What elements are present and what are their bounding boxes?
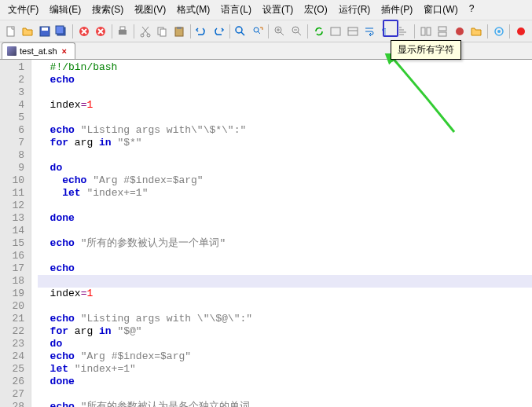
line-number: 27 bbox=[0, 388, 24, 401]
toolbar-icon[interactable] bbox=[345, 24, 360, 39]
indent-guide-icon[interactable] bbox=[396, 24, 411, 39]
menu-bar: 文件(F) 编辑(E) 搜索(S) 视图(V) 格式(M) 语言(L) 设置(T… bbox=[0, 0, 532, 20]
save-all-icon[interactable] bbox=[53, 24, 68, 39]
menu-help[interactable]: ? bbox=[464, 2, 479, 18]
code-line: do bbox=[38, 338, 532, 350]
menu-edit[interactable]: 编辑(E) bbox=[45, 2, 86, 18]
line-number: 11 bbox=[0, 187, 24, 200]
save-icon[interactable] bbox=[37, 24, 52, 39]
line-number: 22 bbox=[0, 325, 24, 338]
code-line bbox=[38, 149, 532, 162]
toolbar-icon[interactable] bbox=[328, 24, 343, 39]
cut-icon[interactable] bbox=[138, 24, 152, 39]
print-icon[interactable] bbox=[116, 24, 130, 39]
line-number: 3 bbox=[0, 86, 24, 99]
toolbar-icon[interactable] bbox=[452, 24, 467, 39]
code-line: echo "Listing args with \"\$@\":" bbox=[38, 313, 532, 325]
code-line bbox=[38, 200, 532, 212]
svg-rect-4 bbox=[56, 26, 64, 34]
zoom-out-icon[interactable] bbox=[289, 24, 304, 39]
line-number: 20 bbox=[0, 300, 24, 313]
svg-rect-14 bbox=[177, 27, 182, 29]
monitor-icon[interactable] bbox=[491, 24, 506, 39]
code-line: #!/bin/bash bbox=[38, 61, 532, 74]
svg-text:¶: ¶ bbox=[382, 28, 386, 36]
svg-rect-12 bbox=[160, 29, 166, 36]
menu-run[interactable]: 运行(R) bbox=[334, 2, 376, 18]
code-line: echo "Arg #$index=$arg" bbox=[38, 350, 532, 363]
tab-close-icon[interactable]: × bbox=[61, 47, 68, 55]
show-all-chars-icon[interactable]: ¶ bbox=[379, 24, 394, 39]
file-type-icon bbox=[7, 46, 17, 56]
menu-search[interactable]: 搜索(S) bbox=[87, 2, 128, 18]
code-line: let "index+=1" bbox=[38, 187, 532, 200]
paste-icon[interactable] bbox=[171, 24, 186, 39]
code-line: echo "Listing args with\"\$*\":" bbox=[38, 124, 532, 137]
svg-point-26 bbox=[456, 28, 464, 35]
sync-icon[interactable] bbox=[311, 24, 326, 39]
find-icon[interactable] bbox=[233, 24, 248, 39]
svg-point-28 bbox=[497, 30, 501, 33]
code-area[interactable]: #!/bin/bash echo index=1 echo "Listing a… bbox=[31, 60, 532, 407]
close-all-icon[interactable] bbox=[93, 24, 108, 39]
line-number: 6 bbox=[0, 124, 24, 137]
line-number: 2 bbox=[0, 74, 24, 86]
menu-plugins[interactable]: 插件(P) bbox=[376, 2, 417, 18]
undo-icon[interactable] bbox=[194, 24, 209, 39]
file-tab[interactable]: test_at.sh × bbox=[2, 42, 75, 59]
line-gutter: 1 2 3 4 5 6 7 8 9 10 11 12 13 14 15 16 1… bbox=[0, 60, 31, 407]
toolbar-separator bbox=[487, 24, 488, 38]
code-line: for arg in "$@" bbox=[38, 325, 532, 338]
svg-rect-24 bbox=[438, 27, 446, 31]
tab-filename: test_at.sh bbox=[20, 46, 57, 56]
zoom-in-icon[interactable] bbox=[272, 24, 287, 39]
code-line: done bbox=[38, 376, 532, 388]
menu-lang[interactable]: 语言(L) bbox=[216, 2, 256, 18]
tooltip: 显示所有字符 bbox=[391, 40, 461, 60]
wrap-icon[interactable] bbox=[362, 24, 377, 39]
line-number: 1 bbox=[0, 61, 24, 74]
toolbar-separator bbox=[414, 24, 415, 38]
code-line: let "index+=1" bbox=[38, 363, 532, 376]
svg-rect-8 bbox=[120, 27, 125, 30]
new-file-icon[interactable] bbox=[3, 24, 18, 39]
line-number: 19 bbox=[0, 288, 24, 300]
menu-settings[interactable]: 设置(T) bbox=[258, 2, 298, 18]
svg-rect-2 bbox=[42, 28, 48, 31]
toolbar: ¶ bbox=[0, 20, 532, 42]
code-line bbox=[38, 300, 532, 313]
menu-window[interactable]: 窗口(W) bbox=[419, 2, 462, 18]
code-line bbox=[38, 112, 532, 124]
svg-rect-0 bbox=[7, 27, 14, 36]
line-number: 23 bbox=[0, 338, 24, 350]
menu-file[interactable]: 文件(F) bbox=[3, 2, 43, 18]
copy-icon[interactable] bbox=[155, 24, 170, 39]
folder-icon[interactable] bbox=[468, 24, 483, 39]
toolbar-icon[interactable] bbox=[418, 24, 433, 39]
replace-icon[interactable] bbox=[250, 24, 265, 39]
menu-format[interactable]: 格式(M) bbox=[172, 2, 215, 18]
svg-rect-20 bbox=[348, 28, 358, 35]
svg-point-15 bbox=[236, 27, 242, 33]
line-number: 13 bbox=[0, 212, 24, 225]
toolbar-icon[interactable] bbox=[435, 24, 450, 39]
line-number: 26 bbox=[0, 376, 24, 388]
toolbar-separator bbox=[509, 24, 510, 38]
toolbar-separator bbox=[134, 24, 134, 38]
record-icon[interactable] bbox=[513, 24, 528, 39]
line-number: 9 bbox=[0, 162, 24, 174]
open-file-icon[interactable] bbox=[20, 24, 35, 39]
redo-icon[interactable] bbox=[211, 24, 226, 39]
close-icon[interactable] bbox=[76, 24, 91, 39]
toolbar-separator bbox=[307, 24, 308, 38]
svg-rect-7 bbox=[119, 30, 127, 35]
code-line: for arg in "$*" bbox=[38, 137, 532, 149]
menu-macro[interactable]: 宏(O) bbox=[299, 2, 332, 18]
line-number: 25 bbox=[0, 363, 24, 376]
line-number: 7 bbox=[0, 137, 24, 149]
line-number: 18 bbox=[0, 275, 24, 288]
code-line bbox=[38, 250, 532, 262]
menu-view[interactable]: 视图(V) bbox=[130, 2, 171, 18]
line-number: 5 bbox=[0, 112, 24, 124]
code-editor[interactable]: 1 2 3 4 5 6 7 8 9 10 11 12 13 14 15 16 1… bbox=[0, 60, 532, 407]
